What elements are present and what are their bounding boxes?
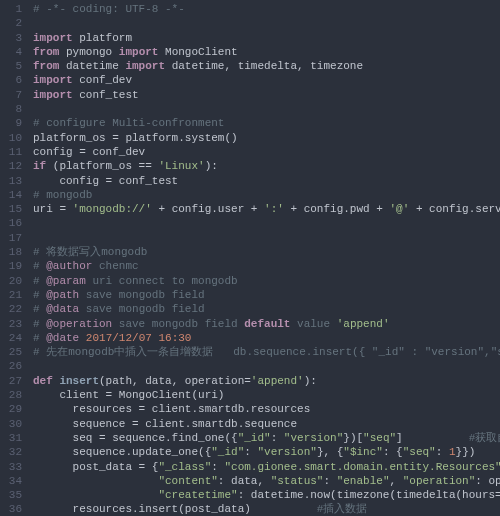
token-import: import: [33, 74, 73, 86]
token-comment: save mongodb field: [112, 318, 244, 330]
code-line[interactable]: # mongodb: [33, 188, 500, 202]
line-number: 24: [0, 331, 22, 345]
code-line[interactable]: [33, 216, 500, 230]
code-line[interactable]: resources = client.smartdb.resources: [33, 402, 500, 416]
code-line[interactable]: [33, 359, 500, 373]
token-comment: # 先在mongodb中插入一条自增数据 db.sequence.insert(…: [33, 346, 500, 358]
code-line[interactable]: # @author chenmc: [33, 259, 500, 273]
code-line[interactable]: resources.insert(post_data) #插入数据: [33, 502, 500, 516]
token-string: "status": [271, 475, 324, 487]
code-line[interactable]: sequence = client.smartdb.sequence: [33, 417, 500, 431]
line-number: 4: [0, 45, 22, 59]
line-number: 20: [0, 274, 22, 288]
token-ident: :: [244, 446, 257, 458]
line-number: 18: [0, 245, 22, 259]
code-line[interactable]: # @path save mongodb field: [33, 288, 500, 302]
token-ident: (platform_os ==: [46, 160, 158, 172]
token-comment: save mongodb field: [79, 289, 204, 301]
token-keyword: if: [33, 160, 46, 172]
token-ident: + config.user +: [152, 203, 264, 215]
code-line[interactable]: seq = sequence.find_one({"_id": "version…: [33, 431, 500, 445]
token-import: from: [33, 60, 59, 72]
line-number: 13: [0, 174, 22, 188]
token-string: 'Linux': [158, 160, 204, 172]
line-number: 16: [0, 216, 22, 230]
code-line[interactable]: platform_os = platform.system(): [33, 131, 500, 145]
token-ident: resources.insert(post_data): [33, 503, 317, 515]
line-number: 26: [0, 359, 22, 373]
code-line[interactable]: [33, 16, 500, 30]
line-number: 1: [0, 2, 22, 16]
line-number: 22: [0, 302, 22, 316]
token-comment: # -*- coding: UTF-8 -*-: [33, 3, 185, 15]
token-ident: config = conf_dev: [33, 146, 145, 158]
token-ident: client = MongoClient(uri): [33, 389, 224, 401]
code-line[interactable]: [33, 231, 500, 245]
token-keyword: default: [244, 318, 290, 330]
line-number: 14: [0, 188, 22, 202]
token-comment: #: [33, 318, 46, 330]
line-number: 11: [0, 145, 22, 159]
token-ident: :: [211, 461, 224, 473]
code-line[interactable]: post_data = {"_class": "com.gionee.smart…: [33, 460, 500, 474]
token-ident: + config.server +: [409, 203, 500, 215]
token-ident: })[: [343, 432, 363, 444]
token-ident: : operation,: [475, 475, 500, 487]
token-string: "seq": [363, 432, 396, 444]
token-import: import: [33, 89, 73, 101]
token-ident: ):: [205, 160, 218, 172]
code-line[interactable]: "content": data, "status": "enable", "op…: [33, 474, 500, 488]
line-number: 34: [0, 474, 22, 488]
token-string: "$inc": [343, 446, 383, 458]
code-line[interactable]: uri = 'mongodb://' + config.user + ':' +…: [33, 202, 500, 216]
code-line[interactable]: # @date 2017/12/07 16:30: [33, 331, 500, 345]
token-ident: platform_os = platform.system(): [33, 132, 238, 144]
code-line[interactable]: import platform: [33, 31, 500, 45]
token-ident: pymongo: [59, 46, 118, 58]
code-line[interactable]: # -*- coding: UTF-8 -*-: [33, 2, 500, 16]
line-number: 32: [0, 445, 22, 459]
token-string: "enable": [337, 475, 390, 487]
token-ident: (path, data, operation=: [99, 375, 251, 387]
code-line[interactable]: client = MongoClient(uri): [33, 388, 500, 402]
token-comment: #: [33, 275, 46, 287]
code-line[interactable]: sequence.update_one({"_id": "version"}, …: [33, 445, 500, 459]
token-comment: save mongodb field: [79, 303, 204, 315]
code-line[interactable]: config = conf_test: [33, 174, 500, 188]
code-line[interactable]: # @operation save mongodb field default …: [33, 317, 500, 331]
code-line[interactable]: # configure Multi-confronment: [33, 116, 500, 130]
code-line[interactable]: "createtime": datetime.now(timezone(time…: [33, 488, 500, 502]
token-ident: conf_dev: [73, 74, 132, 86]
line-number: 17: [0, 231, 22, 245]
token-doctag: @data: [46, 303, 79, 315]
token-ident: : {: [383, 446, 403, 458]
token-date: 2017/12/07 16:30: [86, 332, 192, 344]
token-ident: ]: [396, 432, 469, 444]
code-line[interactable]: # @data save mongodb field: [33, 302, 500, 316]
code-line[interactable]: [33, 102, 500, 116]
token-string: '@': [389, 203, 409, 215]
line-number-gutter: 1234567891011121314151617181920212223242…: [0, 0, 27, 516]
token-string: 'mongodb://': [73, 203, 152, 215]
code-line[interactable]: import conf_test: [33, 88, 500, 102]
token-string: "version": [284, 432, 343, 444]
token-ident: :: [271, 432, 284, 444]
code-line[interactable]: # 将数据写入mongodb: [33, 245, 500, 259]
token-ident: post_data = {: [33, 461, 158, 473]
code-line[interactable]: config = conf_dev: [33, 145, 500, 159]
token-comment: chenmc: [92, 260, 138, 272]
line-number: 10: [0, 131, 22, 145]
code-line[interactable]: import conf_dev: [33, 73, 500, 87]
code-area[interactable]: # -*- coding: UTF-8 -*- import platformf…: [27, 0, 500, 516]
code-line[interactable]: if (platform_os == 'Linux'):: [33, 159, 500, 173]
code-line[interactable]: from datetime import datetime, timedelta…: [33, 59, 500, 73]
code-line[interactable]: from pymongo import MongoClient: [33, 45, 500, 59]
line-number: 36: [0, 502, 22, 516]
code-line[interactable]: def insert(path, data, operation='append…: [33, 374, 500, 388]
token-comment: #: [33, 289, 46, 301]
token-comment: # mongodb: [33, 189, 92, 201]
code-editor[interactable]: 1234567891011121314151617181920212223242…: [0, 0, 500, 516]
token-comment: #: [33, 303, 46, 315]
code-line[interactable]: # 先在mongodb中插入一条自增数据 db.sequence.insert(…: [33, 345, 500, 359]
code-line[interactable]: # @param uri connect to mongodb: [33, 274, 500, 288]
